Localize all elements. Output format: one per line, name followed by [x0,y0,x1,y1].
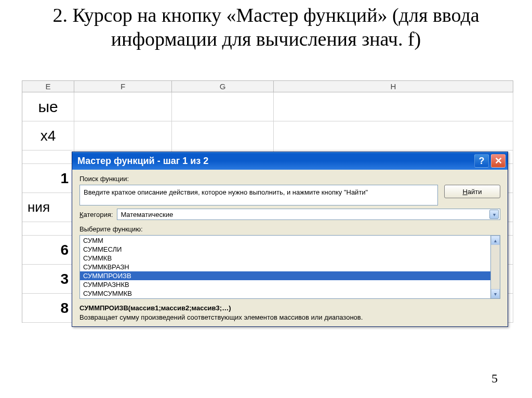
cell[interactable] [274,121,513,150]
column-headers: E F G H [22,80,513,92]
col-header-f[interactable]: F [74,81,172,92]
list-item[interactable]: СУММКВРАЗН [80,263,490,271]
cell[interactable] [74,92,172,121]
slide-title: 2. Курсор на кнопку «Мастер функций» (дл… [0,0,532,57]
list-item[interactable]: СУММКВ [80,254,490,263]
cell[interactable] [274,92,513,121]
search-input[interactable]: Введите краткое описание действия, котор… [79,185,438,205]
scrollbar[interactable]: ▴ ▾ [491,235,500,299]
cell-x4[interactable]: x4 [22,121,74,150]
cell-val-3[interactable]: 3 [22,265,74,294]
cell-val-6[interactable]: 6 [22,236,74,265]
list-item[interactable]: СУММ [80,236,490,245]
function-listbox[interactable]: СУММСУММЕСЛИСУММКВСУММКВРАЗНСУММПРОИЗВСУ… [79,235,491,299]
list-item[interactable]: СУММЕСЛИ [80,245,490,254]
function-description: Возвращает сумму произведений соответств… [79,313,500,322]
dialog-title: Мастер функций - шаг 1 из 2 [77,156,474,167]
col-header-h[interactable]: H [274,81,513,92]
dialog-titlebar[interactable]: Мастер функций - шаг 1 из 2 ? ✕ [72,152,508,170]
scroll-down-icon[interactable]: ▾ [491,289,500,298]
cell[interactable] [22,150,74,164]
page-number: 5 [491,372,498,386]
cell-partial-1[interactable]: ые [22,92,74,121]
col-header-g[interactable]: G [172,81,274,92]
category-select[interactable]: Математические ▾ [117,209,500,220]
list-item[interactable]: СУММПРОИЗВ [80,271,490,280]
chevron-down-icon: ▾ [489,210,499,219]
close-icon: ✕ [495,155,502,167]
cell[interactable] [74,121,172,150]
cell-partial-2[interactable]: ния [22,193,74,222]
cell-val-8[interactable]: 8 [22,294,74,323]
scroll-up-icon[interactable]: ▴ [491,236,500,245]
col-header-e[interactable]: E [22,81,74,92]
category-label: Категория: [79,211,113,218]
cell[interactable] [172,92,274,121]
cell[interactable] [22,222,74,236]
cell-val-1[interactable]: 1 [22,164,74,193]
list-item[interactable]: СУММРАЗНКВ [80,280,490,289]
function-wizard-dialog: Мастер функций - шаг 1 из 2 ? ✕ Поиск фу… [72,152,508,327]
choose-function-label: Выберите функцию: [79,225,500,233]
cell[interactable] [172,121,274,150]
close-button[interactable]: ✕ [491,154,506,168]
help-button[interactable]: ? [474,154,489,168]
search-label: Поиск функции: [79,175,500,183]
help-icon: ? [479,156,485,167]
list-item[interactable]: СУММСУММКВ [80,289,490,298]
find-button[interactable]: Найти [444,185,500,198]
category-value: Математические [121,211,489,218]
function-syntax: СУММПРОИЗВ(массив1;массив2;массив3;…) [79,304,500,312]
